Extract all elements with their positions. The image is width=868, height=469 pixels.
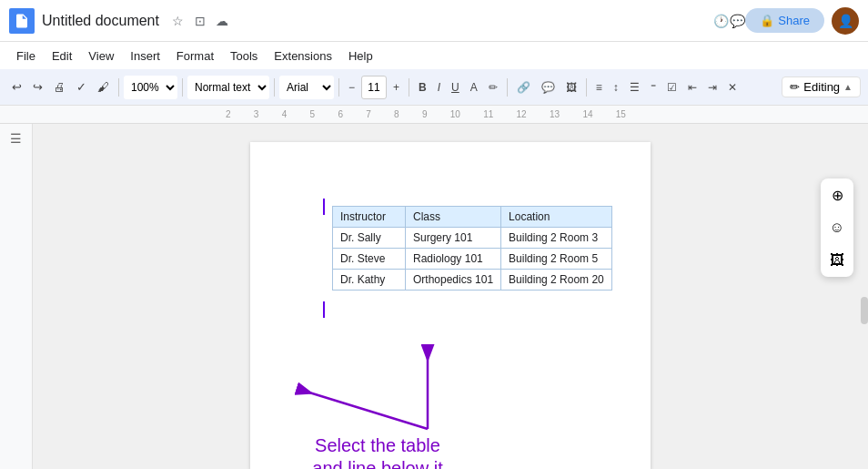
toolbar: ↩ ↪ 🖨 ✓ 🖌 100% Normal text Arial − + B I… <box>0 69 868 106</box>
svg-line-0 <box>309 393 428 429</box>
menu-view[interactable]: View <box>81 46 121 66</box>
menu-help[interactable]: Help <box>341 46 380 66</box>
underline-button[interactable]: U <box>447 75 464 100</box>
svg-text:Select the table: Select the table <box>315 435 440 455</box>
ruler: 23456 7891011 12131415 <box>0 106 868 124</box>
cloud-icon[interactable]: ☁ <box>214 13 230 29</box>
text-color-button[interactable]: A <box>466 75 482 100</box>
style-select[interactable]: Normal text <box>187 76 269 99</box>
history-icon[interactable]: 🕐 <box>712 13 729 29</box>
divider-3 <box>274 78 275 97</box>
menu-format[interactable]: Format <box>169 46 221 66</box>
float-emoji-button[interactable]: ☺ <box>821 211 853 244</box>
edit-pencil-icon: ✏ <box>790 80 800 94</box>
cursor-top <box>323 199 325 215</box>
zoom-select[interactable]: 100% <box>124 76 177 99</box>
divider-4 <box>338 78 339 97</box>
cell-class-2: Radiology 101 <box>406 249 501 270</box>
editing-dropdown[interactable]: ✏ Editing ▲ <box>782 76 861 97</box>
divider-7 <box>586 78 587 97</box>
cell-class-1: Surgery 101 <box>406 228 501 249</box>
link-button[interactable]: 🔗 <box>512 75 535 100</box>
list-button[interactable]: ☰ <box>625 75 644 100</box>
title-bar: Untitled document ☆ ⊡ ☁ 🕐 💬 🔒 Share 👤 <box>0 0 868 42</box>
chevron-up-icon: ▲ <box>843 82 853 92</box>
align-button[interactable]: ≡ <box>591 75 607 100</box>
checklist-button[interactable]: ☑ <box>662 75 681 100</box>
clear-format-button[interactable]: ✕ <box>723 75 742 100</box>
line-spacing-button[interactable]: ↕ <box>609 75 623 100</box>
scroll-indicator <box>861 297 868 324</box>
doc-area: ☰ Instructor Class Location Dr. Sally Su… <box>0 124 868 469</box>
title-icons: ☆ ⊡ ☁ <box>170 13 230 29</box>
spellcheck-button[interactable]: ✓ <box>72 75 91 100</box>
decrease-font-button[interactable]: − <box>344 75 359 100</box>
share-label: Share <box>778 14 810 27</box>
cell-location-1: Building 2 Room 3 <box>501 228 612 249</box>
share-button[interactable]: 🔒 Share <box>745 8 824 33</box>
outline-icon[interactable]: ☰ <box>10 131 22 146</box>
svg-text:and line below it: and line below it <box>312 458 443 469</box>
cell-instructor-1: Dr. Sally <box>333 228 406 249</box>
annotation-svg: Select the table and line below it <box>250 283 651 469</box>
font-size-input[interactable] <box>361 76 387 99</box>
lock-icon: 🔒 <box>760 14 774 27</box>
redo-button[interactable]: ↪ <box>28 75 47 100</box>
avatar[interactable]: 👤 <box>832 7 859 35</box>
comment-button[interactable]: 💬 <box>537 75 560 100</box>
highlight-button[interactable]: ✏ <box>484 75 502 100</box>
paint-format-button[interactable]: 🖌 <box>93 75 114 100</box>
float-toolbar: ⊕ ☺ 🖼 <box>821 178 853 277</box>
cell-instructor-2: Dr. Steve <box>333 249 406 270</box>
divider-1 <box>118 78 119 97</box>
page-container: Instructor Class Location Dr. Sally Surg… <box>33 124 868 469</box>
divider-2 <box>182 78 183 97</box>
indent-increase-button[interactable]: ⇥ <box>703 75 722 100</box>
header-instructor: Instructor <box>333 207 406 228</box>
print-button[interactable]: 🖨 <box>49 75 70 100</box>
data-table[interactable]: Instructor Class Location Dr. Sally Surg… <box>332 206 612 291</box>
cell-location-2: Building 2 Room 5 <box>501 249 612 270</box>
numbered-list-button[interactable]: ⁼ <box>646 75 661 100</box>
increase-font-button[interactable]: + <box>389 75 404 100</box>
star-icon[interactable]: ☆ <box>170 13 187 29</box>
indent-decrease-button[interactable]: ⇤ <box>683 75 701 100</box>
table-row[interactable]: Dr. Sally Surgery 101 Building 2 Room 3 <box>333 228 612 249</box>
doc-title[interactable]: Untitled document <box>42 13 159 29</box>
menu-edit[interactable]: Edit <box>45 46 79 66</box>
menu-bar: File Edit View Insert Format Tools Exten… <box>0 42 868 69</box>
document-page[interactable]: Instructor Class Location Dr. Sally Surg… <box>250 142 651 469</box>
menu-tools[interactable]: Tools <box>223 46 265 66</box>
image-button[interactable]: 🖼 <box>561 75 581 100</box>
folder-icon[interactable]: ⊡ <box>192 13 208 29</box>
comment-icon[interactable]: 💬 <box>729 13 745 29</box>
header-class: Class <box>406 207 501 228</box>
float-add-button[interactable]: ⊕ <box>821 178 853 211</box>
editing-label: Editing <box>803 80 840 94</box>
app-logo <box>9 8 35 34</box>
divider-5 <box>409 78 409 97</box>
ruler-marks: 23456 7891011 12131415 <box>226 109 626 119</box>
header-location: Location <box>501 207 612 228</box>
bold-button[interactable]: B <box>414 75 431 100</box>
font-select[interactable]: Arial <box>279 76 334 99</box>
italic-button[interactable]: I <box>433 75 445 100</box>
menu-extensions[interactable]: Extensions <box>267 46 339 66</box>
menu-insert[interactable]: Insert <box>123 46 167 66</box>
float-image-button[interactable]: 🖼 <box>821 244 853 277</box>
divider-6 <box>507 78 508 97</box>
left-sidebar: ☰ <box>0 124 33 469</box>
menu-file[interactable]: File <box>9 46 43 66</box>
table-row[interactable]: Dr. Steve Radiology 101 Building 2 Room … <box>333 249 612 270</box>
undo-button[interactable]: ↩ <box>7 75 26 100</box>
